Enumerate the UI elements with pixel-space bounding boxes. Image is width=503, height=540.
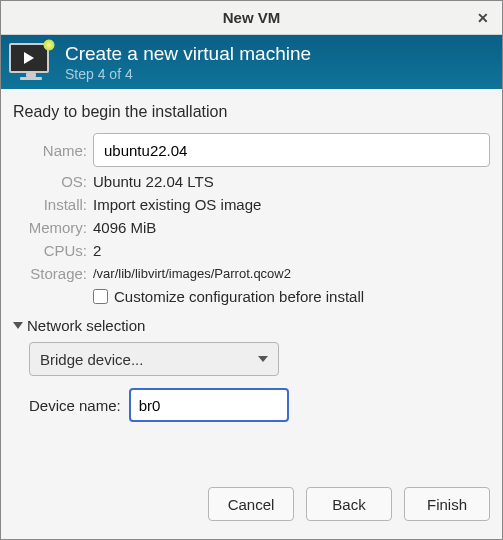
value-os: Ubuntu 22.04 LTS (93, 173, 490, 190)
label-storage: Storage: (13, 265, 87, 282)
value-memory: 4096 MiB (93, 219, 490, 236)
value-storage: /var/lib/libvirt/images/Parrot.qcow2 (93, 266, 490, 281)
label-memory: Memory: (13, 219, 87, 236)
window-title: New VM (223, 9, 281, 26)
customize-label: Customize configuration before install (114, 288, 364, 305)
chevron-down-icon (258, 356, 268, 362)
wizard-header: Create a new virtual machine Step 4 of 4 (1, 35, 502, 89)
vm-icon (9, 43, 53, 81)
network-section-label: Network selection (27, 317, 145, 334)
customize-checkbox[interactable] (93, 289, 108, 304)
device-name-input[interactable] (129, 388, 289, 422)
wizard-step: Step 4 of 4 (65, 66, 311, 82)
network-body: Bridge device... Device name: (13, 342, 490, 422)
label-name: Name: (13, 142, 87, 159)
label-cpus: CPUs: (13, 242, 87, 259)
network-expander[interactable]: Network selection (13, 317, 490, 334)
name-input[interactable] (93, 133, 490, 167)
close-icon: ✕ (477, 10, 489, 26)
back-button[interactable]: Back (306, 487, 392, 521)
label-install: Install: (13, 196, 87, 213)
network-type-combo[interactable]: Bridge device... (29, 342, 279, 376)
value-install: Import existing OS image (93, 196, 490, 213)
chevron-down-icon (13, 322, 23, 329)
wizard-title: Create a new virtual machine (65, 43, 311, 65)
cancel-button[interactable]: Cancel (208, 487, 294, 521)
network-type-value: Bridge device... (40, 351, 143, 368)
titlebar: New VM ✕ (1, 1, 502, 35)
close-button[interactable]: ✕ (472, 7, 494, 29)
value-cpus: 2 (93, 242, 490, 259)
device-name-label: Device name: (29, 397, 121, 414)
label-os: OS: (13, 173, 87, 190)
button-bar: Cancel Back Finish (1, 473, 502, 539)
ready-label: Ready to begin the installation (13, 103, 490, 121)
summary-grid: Name: OS: Ubuntu 22.04 LTS Install: Impo… (13, 133, 490, 305)
finish-button[interactable]: Finish (404, 487, 490, 521)
content-area: Ready to begin the installation Name: OS… (1, 89, 502, 473)
new-vm-dialog: New VM ✕ Create a new virtual machine St… (0, 0, 503, 540)
